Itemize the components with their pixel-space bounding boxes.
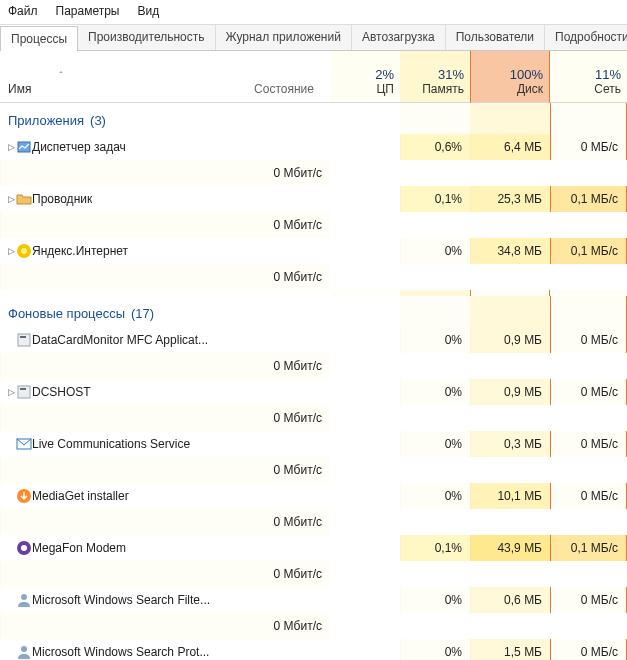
memory-cell: 34,8 МБ xyxy=(470,238,550,264)
tab-history[interactable]: Журнал приложений xyxy=(216,25,352,50)
process-row[interactable]: Live Communications Service xyxy=(0,431,400,457)
svg-point-2 xyxy=(21,248,27,254)
process-grid: ˆ Имя Состояние 2% ЦП 31% Память 100% Ди… xyxy=(0,51,627,660)
svg-rect-4 xyxy=(20,336,26,338)
expand-icon[interactable]: ▷ xyxy=(6,142,16,152)
user-icon xyxy=(16,644,32,660)
col-header-cpu[interactable]: 2% ЦП xyxy=(330,51,400,103)
sort-indicator-icon: ˆ xyxy=(8,71,116,82)
app-icon xyxy=(16,384,32,400)
network-cell: 0 Мбит/с xyxy=(0,509,330,535)
group-bg[interactable]: Фоновые процессы (17) xyxy=(0,296,400,327)
expand-icon[interactable]: ▷ xyxy=(6,246,16,256)
disk-cell: 0 МБ/с xyxy=(550,431,627,457)
network-cell: 0 Мбит/с xyxy=(0,613,330,639)
menubar: Файл Параметры Вид xyxy=(0,0,627,25)
group-title: Приложения xyxy=(8,113,84,128)
process-name: Диспетчер задач xyxy=(32,140,126,154)
disk-cell: 0 МБ/с xyxy=(550,379,627,405)
disk-cell: 0 МБ/с xyxy=(550,327,627,353)
cpu-cell: 0% xyxy=(400,379,470,405)
svg-rect-3 xyxy=(18,334,30,346)
explorer-icon xyxy=(16,191,32,207)
group-title: Фоновые процессы xyxy=(8,306,125,321)
tab-startup[interactable]: Автозагрузка xyxy=(352,25,446,50)
col-header-memory[interactable]: 31% Память xyxy=(400,51,470,103)
yandex-icon xyxy=(16,243,32,259)
tab-users[interactable]: Пользователи xyxy=(446,25,545,50)
svg-point-12 xyxy=(21,646,27,652)
network-cell: 0 Мбит/с xyxy=(0,264,330,290)
process-name: Проводник xyxy=(32,192,92,206)
tab-performance[interactable]: Производительность xyxy=(78,25,215,50)
mem-label: Память xyxy=(406,82,464,96)
process-row[interactable]: MediaGet installer xyxy=(0,483,400,509)
cpu-cell: 0% xyxy=(400,483,470,509)
net-percent: 11% xyxy=(556,67,621,82)
process-row[interactable]: MegaFon Modem xyxy=(0,535,400,561)
process-name: DataCardMonitor MFC Applicat... xyxy=(32,333,208,347)
memory-cell: 10,1 МБ xyxy=(470,483,550,509)
tab-processes[interactable]: Процессы xyxy=(0,26,78,51)
menu-view[interactable]: Вид xyxy=(137,4,159,18)
disk-cell: 0,1 МБ/с xyxy=(550,238,627,264)
process-name: MediaGet installer xyxy=(32,489,129,503)
process-row[interactable]: ▷ Проводник xyxy=(0,186,400,212)
disk-cell: 0 МБ/с xyxy=(550,483,627,509)
mem-percent: 31% xyxy=(406,67,464,82)
cpu-cell: 0% xyxy=(400,238,470,264)
process-name: Microsoft Windows Search Filte... xyxy=(32,593,210,607)
cpu-cell: 0,1% xyxy=(400,535,470,561)
cpu-percent: 2% xyxy=(336,67,394,82)
group-count: (17) xyxy=(131,306,154,321)
group-count: (3) xyxy=(90,113,106,128)
cpu-cell: 0% xyxy=(400,327,470,353)
col-header-network[interactable]: 11% Сеть xyxy=(550,51,627,103)
disk-cell: 0 МБ/с xyxy=(550,587,627,613)
memory-cell: 0,9 МБ xyxy=(470,379,550,405)
taskmgr-icon xyxy=(16,139,32,155)
disk-cell: 0,1 МБ/с xyxy=(550,535,627,561)
svg-point-10 xyxy=(21,545,27,551)
expand-icon[interactable]: ▷ xyxy=(6,194,16,204)
process-name: MegaFon Modem xyxy=(32,541,126,555)
col-header-name[interactable]: ˆ Имя Состояние xyxy=(0,51,330,103)
cpu-cell: 0,6% xyxy=(400,134,470,160)
cpu-cell: 0% xyxy=(400,431,470,457)
memory-cell: 0,3 МБ xyxy=(470,431,550,457)
memory-cell: 0,9 МБ xyxy=(470,327,550,353)
process-name: Live Communications Service xyxy=(32,437,190,451)
expand-icon[interactable]: ▷ xyxy=(6,387,16,397)
cpu-cell: 0,1% xyxy=(400,186,470,212)
app-icon xyxy=(16,332,32,348)
mediaget-icon xyxy=(16,488,32,504)
network-cell: 0 Мбит/с xyxy=(0,561,330,587)
process-name: DCSHOST xyxy=(32,385,91,399)
col-status-label: Состояние xyxy=(254,82,324,96)
tab-details[interactable]: Подробности xyxy=(545,25,627,50)
network-cell: 0 Мбит/с xyxy=(0,160,330,186)
process-row[interactable]: ▷ Яндекс.Интернет xyxy=(0,238,400,264)
disk-cell: 0,1 МБ/с xyxy=(550,186,627,212)
group-apps[interactable]: Приложения (3) xyxy=(0,103,400,134)
col-header-disk[interactable]: 100% Диск xyxy=(470,51,550,103)
svg-rect-5 xyxy=(18,386,30,398)
menu-params[interactable]: Параметры xyxy=(56,4,120,18)
process-name: Яндекс.Интернет xyxy=(32,244,128,258)
memory-cell: 25,3 МБ xyxy=(470,186,550,212)
net-label: Сеть xyxy=(556,82,621,96)
process-name: Microsoft Windows Search Prot... xyxy=(32,645,209,659)
menu-file[interactable]: Файл xyxy=(8,4,38,18)
mail-icon xyxy=(16,436,32,452)
memory-cell: 6,4 МБ xyxy=(470,134,550,160)
col-name-label: Имя xyxy=(8,82,116,96)
process-row[interactable]: Microsoft Windows Search Prot... xyxy=(0,639,400,660)
process-row[interactable]: ▷ DCSHOST xyxy=(0,379,400,405)
process-row[interactable]: DataCardMonitor MFC Applicat... xyxy=(0,327,400,353)
memory-cell: 1,5 МБ xyxy=(470,639,550,660)
process-row[interactable]: ▷ Диспетчер задач xyxy=(0,134,400,160)
process-row[interactable]: Microsoft Windows Search Filte... xyxy=(0,587,400,613)
memory-cell: 43,9 МБ xyxy=(470,535,550,561)
cpu-cell: 0% xyxy=(400,587,470,613)
tabbar: Процессы Производительность Журнал прило… xyxy=(0,25,627,51)
